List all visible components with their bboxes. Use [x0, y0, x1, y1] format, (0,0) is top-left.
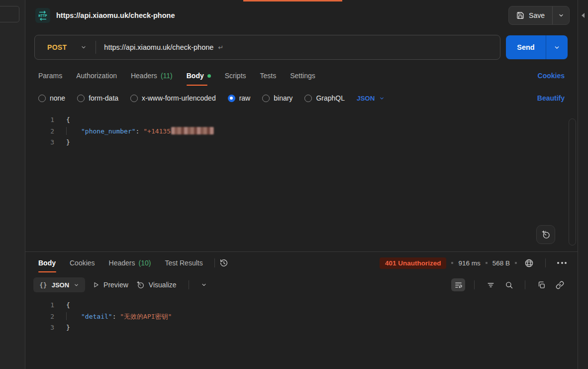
- method-label: POST: [47, 43, 67, 51]
- save-options-button[interactable]: [552, 6, 569, 24]
- tab-label: Test Results: [165, 259, 202, 267]
- indent-guide: [66, 312, 81, 320]
- send-button[interactable]: Send: [506, 35, 546, 59]
- visualize-button[interactable]: Visualize: [136, 280, 177, 289]
- tab-settings[interactable]: Settings: [283, 64, 322, 88]
- divider: [474, 280, 475, 289]
- tab-label: Scripts: [225, 72, 246, 80]
- svg-text:HTTP: HTTP: [38, 13, 47, 18]
- radio-label: x-www-form-urlencoded: [142, 94, 216, 102]
- code-line: 1 {: [25, 115, 578, 126]
- history-icon: [219, 258, 228, 267]
- editor-scrollbar[interactable]: [569, 119, 576, 246]
- format-options-button[interactable]: [201, 282, 207, 288]
- radio-raw[interactable]: raw: [228, 94, 251, 102]
- response-size[interactable]: 568 B: [492, 259, 510, 267]
- tab-params[interactable]: Params: [31, 64, 69, 88]
- request-body-editor[interactable]: 1 { 2 "phone_number": "+14135 3 }: [25, 109, 578, 251]
- enter-hint: ↵: [218, 44, 223, 51]
- copy-button[interactable]: [534, 278, 548, 291]
- line-number: 2: [25, 311, 54, 323]
- code-line: 2 "phone_number": "+14135: [25, 126, 578, 137]
- code-line: 3 }: [25, 322, 578, 334]
- search-button[interactable]: [502, 278, 516, 291]
- search-icon: [505, 281, 513, 289]
- filter-button[interactable]: [484, 278, 497, 291]
- more-icon: [557, 262, 559, 264]
- response-history-button[interactable]: [219, 258, 228, 267]
- right-sidebar[interactable]: [578, 0, 588, 369]
- tab-headers[interactable]: Headers (11): [124, 64, 180, 88]
- close-brace: }: [66, 324, 70, 331]
- language-label: JSON: [357, 95, 375, 102]
- tab-scripts[interactable]: Scripts: [218, 64, 253, 88]
- divider: [189, 280, 189, 289]
- redacted-value-blur: [171, 127, 214, 134]
- radio-none[interactable]: none: [38, 94, 65, 102]
- request-tabs: Params Authorization Headers (11) Body S…: [25, 64, 578, 88]
- url-input[interactable]: https://api.xiaomu.uk/check-phone ↵: [96, 43, 500, 51]
- tab-label: Body: [187, 72, 204, 80]
- json-key: "phone_number": [81, 127, 136, 135]
- radio-label: binary: [274, 94, 293, 102]
- tab-label: Params: [38, 72, 62, 80]
- code-line: 1 {: [25, 300, 578, 311]
- url-box: POST https://api.xiaomu.uk/check-phone ↵: [34, 35, 500, 60]
- status-badge[interactable]: 401 Unauthorized: [380, 257, 447, 269]
- url-value: https://api.xiaomu.uk/check-phone: [104, 43, 213, 51]
- beautify-link[interactable]: Beautify: [537, 94, 565, 102]
- collapse-arrow-icon: [581, 13, 585, 369]
- response-tab-headers[interactable]: Headers (10): [102, 252, 158, 274]
- response-tab-body[interactable]: Body: [31, 252, 63, 274]
- radio-x-www-form-urlencoded[interactable]: x-www-form-urlencoded: [130, 94, 216, 102]
- save-button[interactable]: Save: [509, 6, 552, 24]
- tab-label: Headers: [131, 72, 157, 80]
- radio-icon: [77, 95, 85, 102]
- divider: [545, 258, 546, 267]
- visualize-icon: [136, 280, 145, 289]
- language-selector[interactable]: JSON: [357, 95, 385, 102]
- response-tab-test-results[interactable]: Test Results: [158, 252, 209, 274]
- response-status-group: 401 Unauthorized 916 ms 568 B: [380, 256, 569, 269]
- cookies-link[interactable]: Cookies: [538, 72, 565, 80]
- send-options-button[interactable]: [546, 35, 568, 59]
- more-options-button[interactable]: [555, 262, 569, 264]
- tab-body[interactable]: Body: [180, 64, 218, 88]
- response-time[interactable]: 916 ms: [458, 259, 480, 267]
- chevron-down-icon: [558, 12, 564, 18]
- radio-binary[interactable]: binary: [262, 94, 293, 102]
- divider: [525, 280, 525, 289]
- code-line: 2 "detail": "无效的API密钥": [25, 311, 578, 323]
- chevron-down-icon: [81, 44, 87, 50]
- filter-icon: [487, 281, 495, 289]
- tab-tests[interactable]: Tests: [253, 64, 284, 88]
- response-tab-cookies[interactable]: Cookies: [63, 252, 102, 274]
- tab-label: Body: [38, 259, 56, 267]
- postbot-button[interactable]: [536, 225, 555, 244]
- response-toolbar: {} JSON Preview: [25, 274, 578, 296]
- preview-button[interactable]: Preview: [93, 281, 128, 289]
- url-row: POST https://api.xiaomu.uk/check-phone ↵…: [25, 31, 578, 64]
- json-key: "detail": [81, 313, 112, 320]
- copy-icon: [537, 281, 546, 289]
- link-button[interactable]: [553, 278, 567, 291]
- response-tabs: Body Cookies Headers (10) Test Results: [25, 252, 578, 274]
- network-info-button[interactable]: [522, 256, 536, 269]
- main-panel: HTTP https://api.xiaomu.uk/check-phone S…: [25, 0, 578, 369]
- radio-icon: [130, 95, 138, 102]
- active-tab-indicator: [243, 0, 342, 1]
- radio-checked-icon: [228, 95, 235, 102]
- method-selector[interactable]: POST: [35, 43, 96, 51]
- response-format-selector[interactable]: {} JSON: [33, 277, 85, 292]
- chevron-down-icon: [201, 282, 207, 288]
- body-type-row: none form-data x-www-form-urlencoded raw…: [25, 88, 578, 109]
- divider: [214, 258, 215, 267]
- radio-icon: [304, 95, 312, 102]
- radio-form-data[interactable]: form-data: [77, 94, 118, 102]
- tab-authorization[interactable]: Authorization: [69, 64, 124, 88]
- response-body-viewer[interactable]: 1 { 2 "detail": "无效的API密钥" 3 }: [25, 296, 578, 369]
- line-number: 1: [25, 115, 54, 126]
- radio-graphql[interactable]: GraphQL: [304, 94, 345, 102]
- preview-icon: [93, 281, 99, 288]
- wrap-text-button[interactable]: [451, 278, 465, 291]
